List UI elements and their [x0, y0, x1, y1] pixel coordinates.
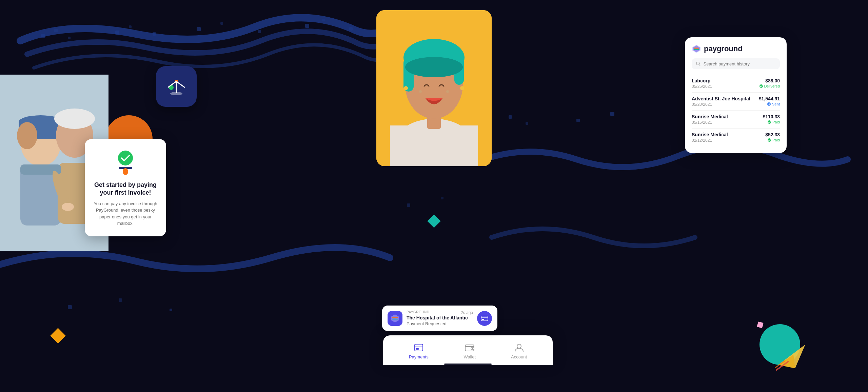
- svg-rect-8: [258, 30, 261, 33]
- svg-rect-84: [482, 319, 484, 320]
- svg-rect-75: [465, 345, 474, 351]
- svg-rect-21: [407, 203, 410, 207]
- mobile-bottom-nav: Payments Wallet: [383, 335, 553, 365]
- search-bar[interactable]: [692, 58, 780, 69]
- svg-point-50: [404, 86, 408, 90]
- payment-date-2: 05/15/2021: [692, 120, 728, 125]
- svg-rect-18: [68, 305, 72, 309]
- woman-illustration: [376, 10, 492, 166]
- tab-indicator: [444, 364, 492, 365]
- notification-time: 2s ago: [461, 310, 473, 315]
- notification-source: PAYGROUND: [407, 310, 429, 314]
- provider-name-3: Sunrise Medical: [692, 132, 728, 137]
- diamond-yellow: [50, 328, 65, 343]
- amount-2: $110.33: [763, 114, 780, 119]
- payment-history-card: payground Labcorp 05/25/2021 $88.00 Deli…: [685, 37, 787, 153]
- status-1: Sent: [759, 102, 780, 106]
- svg-rect-14: [576, 119, 580, 122]
- svg-rect-9: [305, 24, 309, 28]
- payment-card-header: payground: [692, 44, 780, 54]
- tab-payments[interactable]: Payments: [402, 342, 435, 359]
- svg-point-64: [118, 151, 133, 165]
- svg-point-53: [446, 90, 449, 93]
- payments-tab-label: Payments: [409, 354, 429, 359]
- svg-rect-43: [390, 125, 478, 166]
- payment-row-0: Labcorp 05/25/2021 $88.00 Delivered: [692, 75, 780, 93]
- sent-icon: [767, 102, 771, 106]
- wallet-tab-label: Wallet: [464, 354, 476, 359]
- svg-rect-1: [54, 29, 58, 32]
- wallet-icon: [464, 342, 475, 353]
- notification-provider: The Hospital of the Atlantic: [407, 315, 473, 320]
- svg-line-38: [176, 81, 185, 87]
- tab-account[interactable]: Account: [504, 342, 534, 359]
- provider-name-2: Sunrise Medical: [692, 114, 728, 119]
- provider-name-1: Adventist St. Joe Hospital: [692, 96, 750, 101]
- invoice-check-icon: [112, 149, 139, 176]
- paper-plane-decoration: [775, 338, 809, 372]
- invoice-card: Get started by paying your first invoice…: [85, 139, 166, 236]
- account-tab-icon: [514, 342, 525, 353]
- svg-rect-20: [170, 309, 172, 311]
- payments-icon: [413, 342, 424, 353]
- svg-point-49: [405, 57, 463, 77]
- account-icon: [514, 342, 525, 353]
- payment-icon: [480, 314, 489, 322]
- payground-logo-icon: [692, 44, 701, 54]
- amount-3: $52.33: [765, 132, 780, 137]
- payment-date-3: 02/12/2021: [692, 138, 728, 143]
- svg-rect-11: [349, 27, 353, 31]
- svg-rect-13: [526, 122, 528, 125]
- svg-rect-7: [220, 22, 223, 25]
- paid-icon-2: [767, 120, 771, 124]
- payment-row-3: Sunrise Medical 02/12/2021 $52.33 Paid: [692, 129, 780, 146]
- svg-rect-4: [129, 25, 132, 28]
- notification-payground-icon: [390, 314, 400, 323]
- svg-rect-74: [416, 348, 419, 350]
- svg-rect-22: [441, 197, 443, 199]
- svg-rect-2: [68, 37, 71, 39]
- svg-rect-19: [119, 298, 122, 302]
- pink-square-decoration: [757, 321, 764, 328]
- svg-rect-0: [41, 34, 45, 38]
- svg-rect-15: [610, 112, 614, 116]
- amount-0: $88.00: [759, 78, 780, 83]
- svg-point-77: [472, 348, 473, 349]
- search-input[interactable]: [703, 61, 776, 66]
- wallet-tab-icon: [464, 342, 475, 353]
- svg-point-78: [517, 344, 521, 348]
- search-icon: [696, 61, 701, 66]
- notification-content: PAYGROUND 2s ago The Hospital of the Atl…: [407, 310, 473, 326]
- svg-rect-12: [509, 115, 512, 119]
- scene: payground Labcorp 05/25/2021 $88.00 Deli…: [0, 0, 868, 392]
- svg-point-27: [17, 122, 37, 149]
- payment-date-0: 05/25/2021: [692, 84, 712, 89]
- payments-tab-icon: [413, 342, 424, 353]
- provider-name-0: Labcorp: [692, 78, 712, 83]
- svg-point-52: [419, 90, 422, 93]
- svg-point-34: [62, 203, 74, 211]
- svg-point-51: [460, 86, 464, 90]
- payment-row-2: Sunrise Medical 05/15/2021 $110.33 Paid: [692, 111, 780, 129]
- svg-rect-10: [322, 19, 325, 21]
- paid-icon-3: [767, 138, 771, 142]
- svg-line-59: [699, 65, 700, 66]
- svg-point-40: [170, 92, 182, 95]
- svg-rect-5: [153, 32, 156, 36]
- account-tab-label: Account: [511, 354, 527, 359]
- status-2: Paid: [763, 120, 780, 124]
- invoice-icon-area: [93, 149, 158, 176]
- mobile-tabs: Payments Wallet: [391, 342, 545, 359]
- payment-date-1: 05/20/2021: [692, 102, 750, 107]
- notification-app-icon: [388, 311, 402, 326]
- svg-rect-3: [115, 31, 119, 35]
- app-icon: [156, 66, 197, 107]
- diamond-teal: [427, 214, 441, 228]
- tab-wallet[interactable]: Wallet: [457, 342, 483, 359]
- notification-action: Payment Requested: [407, 321, 473, 326]
- notification-pay-button[interactable]: [477, 311, 492, 326]
- center-photo-card: [376, 10, 492, 166]
- payground-logo-text: payground: [704, 44, 743, 53]
- status-3: Paid: [765, 138, 780, 142]
- svg-point-29: [54, 109, 95, 129]
